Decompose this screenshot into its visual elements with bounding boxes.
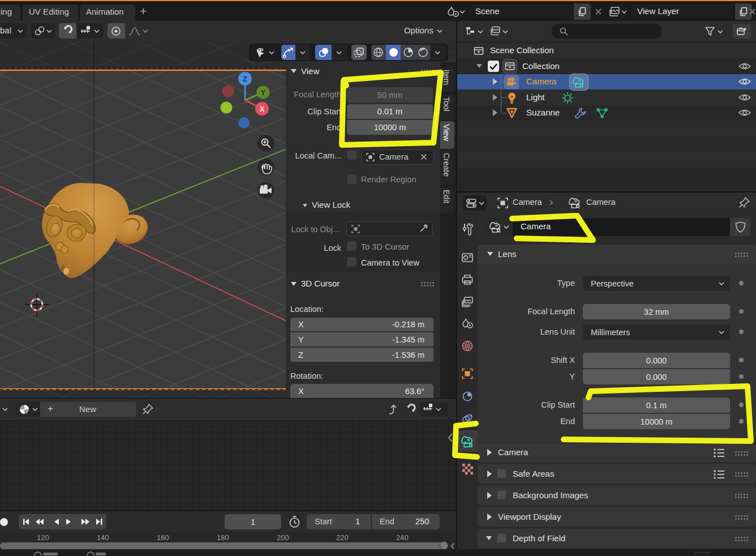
svg-text:Y: Y <box>261 89 265 97</box>
svg-text:Z: Z <box>243 75 247 83</box>
svg-text:X: X <box>260 105 264 113</box>
